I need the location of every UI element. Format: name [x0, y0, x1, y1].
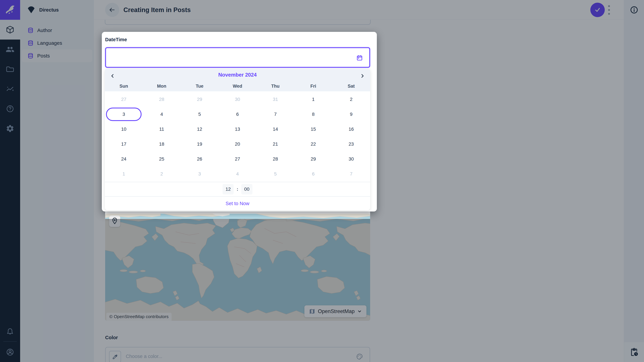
calendar-day-number: 3 [198, 171, 201, 177]
calendar-day[interactable]: 3 [180, 166, 218, 181]
map-top-band [105, 214, 370, 219]
calendar-day-number: 3 [106, 108, 142, 121]
calendar-day[interactable]: 2 [143, 166, 180, 181]
calendar-day-number: 24 [121, 156, 126, 162]
calendar-icon[interactable] [356, 54, 363, 61]
calendar-day[interactable]: 18 [143, 137, 180, 151]
calendar-day[interactable]: 17 [105, 137, 143, 151]
calendar-day-number: 12 [197, 126, 202, 132]
calendar-day[interactable]: 27 [105, 92, 143, 107]
calendar-day[interactable]: 9 [332, 107, 370, 122]
calendar-day[interactable]: 11 [143, 122, 180, 137]
add-location-pin-button-bright[interactable] [109, 216, 120, 219]
time-row: 12 : 00 [105, 182, 370, 197]
day-name: Sat [332, 81, 370, 91]
calendar-day-number: 31 [273, 97, 278, 102]
calendar-day[interactable]: 30 [218, 92, 256, 107]
calendar-day-today[interactable]: 3 [105, 107, 143, 122]
map-bright-strip [105, 212, 370, 219]
chevron-right-icon [360, 73, 365, 79]
calendar-day-number: 4 [236, 171, 239, 177]
calendar-day[interactable]: 13 [218, 122, 256, 137]
calendar-day[interactable]: 4 [218, 166, 256, 181]
calendar-day-number: 18 [159, 141, 164, 147]
calendar-day[interactable]: 25 [143, 151, 180, 166]
calendar-day[interactable]: 27 [218, 151, 256, 166]
calendar-day-number: 7 [274, 112, 277, 117]
calendar-day[interactable]: 26 [180, 151, 218, 166]
calendar-day[interactable]: 1 [294, 92, 332, 107]
calendar-day-number: 23 [348, 141, 354, 147]
calendar-day-number: 16 [348, 126, 354, 132]
calendar-day[interactable]: 4 [143, 107, 180, 122]
calendar-day-number: 2 [350, 97, 352, 102]
calendar-month-label: November 2024 [218, 72, 256, 78]
calendar-day[interactable]: 19 [180, 137, 218, 151]
calendar-day-number: 28 [159, 97, 164, 102]
calendar-day[interactable]: 28 [143, 92, 180, 107]
calendar-day-number: 17 [121, 141, 126, 147]
calendar-day[interactable]: 7 [256, 107, 294, 122]
calendar-day-number: 6 [236, 112, 239, 117]
calendar-day-number: 5 [274, 171, 277, 177]
day-name: Mon [143, 81, 180, 91]
previous-month-button[interactable] [108, 71, 118, 81]
calendar-day-number: 29 [310, 156, 316, 162]
minute-input[interactable]: 00 [241, 184, 252, 194]
calendar-day-number: 22 [310, 141, 316, 147]
calendar-day[interactable]: 2 [332, 92, 370, 107]
calendar-day-number: 14 [273, 126, 278, 132]
calendar-day[interactable]: 14 [256, 122, 294, 137]
calendar-grid: 2728293031123456789101112131415161718192… [105, 91, 370, 182]
calendar-day[interactable]: 20 [218, 137, 256, 151]
calendar-day[interactable]: 10 [105, 122, 143, 137]
calendar-day-number: 28 [273, 156, 278, 162]
datetime-input[interactable] [111, 48, 352, 67]
calendar-day-number: 10 [121, 126, 126, 132]
calendar-day[interactable]: 24 [105, 151, 143, 166]
calendar-day-number: 15 [310, 126, 316, 132]
calendar-day-number: 7 [350, 171, 352, 177]
calendar-day-number: 2 [160, 171, 163, 177]
calendar-day[interactable]: 7 [332, 166, 370, 181]
calendar-day-number: 1 [312, 97, 314, 102]
calendar-day[interactable]: 21 [256, 137, 294, 151]
calendar-day[interactable]: 31 [256, 92, 294, 107]
calendar-day-number: 13 [235, 126, 240, 132]
calendar-day-number: 19 [197, 141, 202, 147]
calendar-day-number: 30 [348, 156, 354, 162]
calendar-day[interactable]: 29 [180, 92, 218, 107]
datetime-field-label: DateTime [105, 37, 127, 42]
calendar-day[interactable]: 16 [332, 122, 370, 137]
calendar-day[interactable]: 12 [180, 122, 218, 137]
day-name: Fri [294, 81, 332, 91]
chevron-left-icon [110, 73, 115, 79]
day-name: Wed [218, 81, 256, 91]
calendar-dropdown: November 2024 SunMonTueWedThuFriSat 2728… [105, 69, 370, 210]
set-to-now-row: Set to Now [105, 197, 370, 210]
calendar-day-number: 20 [235, 141, 240, 147]
calendar-day[interactable]: 28 [256, 151, 294, 166]
time-separator: : [237, 187, 238, 192]
calendar-day[interactable]: 5 [180, 107, 218, 122]
calendar-day-number: 8 [312, 112, 314, 117]
calendar-day-number: 4 [160, 112, 163, 117]
calendar-day[interactable]: 5 [256, 166, 294, 181]
calendar-day-number: 25 [159, 156, 164, 162]
calendar-day[interactable]: 6 [218, 107, 256, 122]
calendar-day[interactable]: 8 [294, 107, 332, 122]
hour-input[interactable]: 12 [222, 184, 234, 194]
calendar-day[interactable]: 15 [294, 122, 332, 137]
day-name: Tue [180, 81, 218, 91]
next-month-button[interactable] [358, 71, 368, 81]
calendar-day[interactable]: 29 [294, 151, 332, 166]
calendar-day-number: 11 [159, 126, 164, 132]
calendar-day[interactable]: 23 [332, 137, 370, 151]
calendar-day[interactable]: 22 [294, 137, 332, 151]
calendar-day[interactable]: 30 [332, 151, 370, 166]
day-name: Thu [256, 81, 294, 91]
calendar-day[interactable]: 1 [105, 166, 143, 181]
calendar-day[interactable]: 6 [294, 166, 332, 181]
calendar-day-number: 21 [273, 141, 278, 147]
set-to-now-button[interactable]: Set to Now [226, 201, 250, 206]
